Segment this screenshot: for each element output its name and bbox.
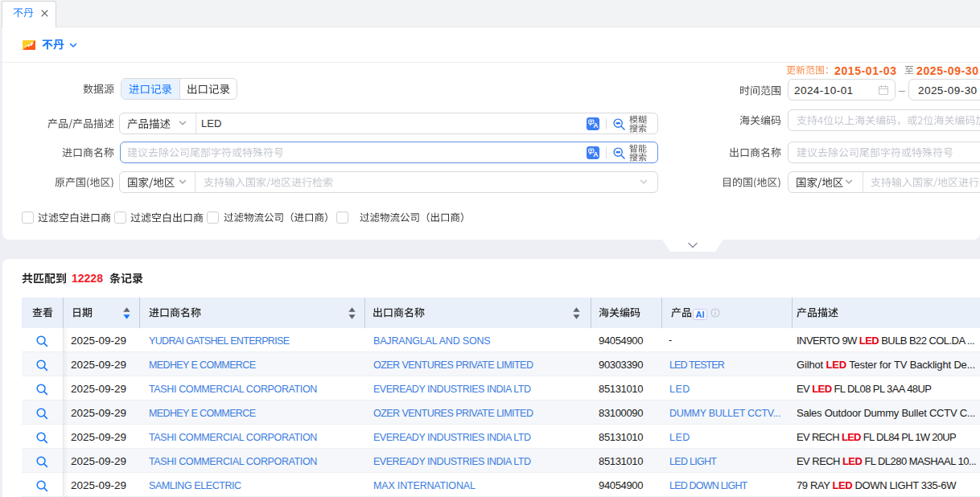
svg-text:A: A bbox=[593, 150, 598, 158]
svg-text:A: A bbox=[593, 121, 598, 129]
